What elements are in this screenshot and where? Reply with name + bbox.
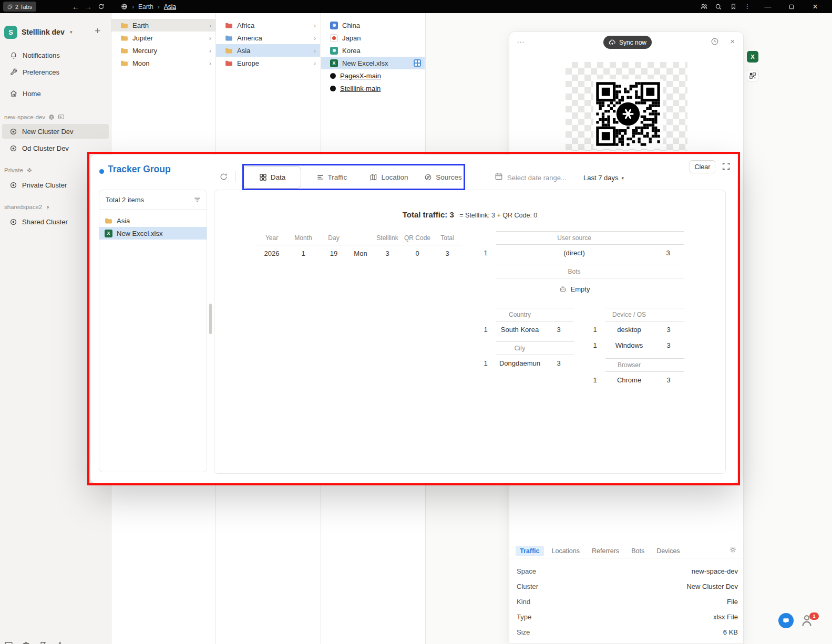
sidebar-item-new-cluster-dev[interactable]: New Cluster Dev bbox=[2, 124, 109, 139]
modal-tab-data[interactable]: Data bbox=[243, 166, 301, 189]
search-icon[interactable] bbox=[712, 0, 725, 13]
folder-row-earth[interactable]: Earth › bbox=[111, 19, 215, 32]
date-range-input[interactable]: Select date range... bbox=[507, 174, 567, 182]
folder-row-mercury[interactable]: Mercury › bbox=[111, 44, 215, 57]
col-header: Stelllink bbox=[373, 234, 402, 242]
close-panel-icon[interactable]: × bbox=[730, 37, 735, 46]
panel-tab-referrers[interactable]: Referrers bbox=[588, 546, 623, 556]
gear-icon[interactable] bbox=[729, 546, 737, 554]
section-header-new-space-dev: new-space-dev bbox=[4, 113, 65, 120]
workspace-avatar[interactable]: S bbox=[4, 26, 17, 39]
flower-icon[interactable] bbox=[26, 167, 33, 173]
breadcrumb-item-earth[interactable]: Earth bbox=[138, 3, 153, 11]
link-label: Stelllink-main bbox=[340, 85, 381, 92]
sync-now-button[interactable]: Sync now bbox=[603, 36, 652, 49]
list-item-asia[interactable]: Asia bbox=[99, 214, 207, 227]
folder-row-europe[interactable]: Europe › bbox=[216, 57, 320, 69]
trash-icon[interactable] bbox=[22, 641, 30, 644]
history-clock-icon[interactable] bbox=[711, 37, 719, 46]
cell-count: 1 bbox=[475, 359, 496, 367]
folder-row-america[interactable]: America › bbox=[216, 32, 320, 44]
qr-glyph-icon bbox=[749, 72, 756, 79]
sidebar-item-home[interactable]: Home bbox=[0, 86, 111, 101]
folder-icon bbox=[225, 47, 233, 55]
clear-button[interactable]: Clear bbox=[690, 160, 715, 173]
maximize-button[interactable] bbox=[784, 0, 799, 13]
more-menu-icon[interactable]: … bbox=[742, 0, 755, 13]
folder-row-jupiter[interactable]: Jupiter › bbox=[111, 32, 215, 44]
cell-value: 3 bbox=[652, 249, 684, 257]
people-icon[interactable] bbox=[697, 0, 710, 13]
workspace-name[interactable]: Stelllink dev bbox=[22, 28, 65, 36]
property-row: Kind File bbox=[509, 594, 743, 609]
date-preset-dropdown[interactable]: Last 7 days ▾ bbox=[583, 174, 624, 182]
tabs-icon bbox=[7, 4, 13, 9]
fullscreen-icon[interactable] bbox=[722, 162, 731, 171]
minimize-button[interactable]: — bbox=[760, 0, 776, 13]
card-icon[interactable] bbox=[58, 113, 65, 120]
section-header: Bots bbox=[496, 268, 652, 275]
refresh-icon[interactable] bbox=[219, 172, 228, 181]
panel-tab-locations[interactable]: Locations bbox=[548, 546, 584, 556]
chevron-right-icon: › bbox=[314, 59, 316, 67]
tabs-button[interactable]: 2 Tabs bbox=[3, 2, 36, 12]
scrollbar-thumb[interactable] bbox=[209, 304, 212, 334]
lightning-icon[interactable] bbox=[56, 641, 64, 644]
branch-dot-icon bbox=[330, 73, 336, 79]
japan-flag-icon bbox=[330, 34, 338, 42]
file-row-korea[interactable]: Korea bbox=[321, 44, 425, 57]
folder-row-africa[interactable]: Africa › bbox=[216, 19, 320, 32]
modal-tab-location[interactable]: Location bbox=[363, 166, 415, 189]
chevron-down-icon[interactable]: ▾ bbox=[70, 29, 73, 35]
modal-tab-sources[interactable]: Sources bbox=[421, 166, 465, 189]
add-button[interactable]: + bbox=[95, 25, 100, 37]
tracker-data-view: Total traffic: 3 = Stelllink: 3 + QR Cod… bbox=[214, 190, 726, 474]
browser-section: Browser 1 Chrome 3 bbox=[584, 358, 684, 388]
cell-count: 1 bbox=[475, 249, 496, 257]
excel-quick-button[interactable]: X bbox=[747, 51, 758, 63]
calendar-icon[interactable] bbox=[495, 172, 503, 181]
archive-icon[interactable] bbox=[4, 641, 13, 644]
col-header: Day bbox=[319, 234, 348, 242]
sidebar-item-notifications[interactable]: Notifications bbox=[0, 47, 111, 63]
sidebar-item-preferences[interactable]: Preferences bbox=[0, 64, 111, 80]
bookmark-icon[interactable] bbox=[727, 0, 739, 13]
file-row-china[interactable]: China bbox=[321, 19, 425, 32]
chat-bubble-button[interactable] bbox=[778, 613, 794, 628]
cell-value: 3 bbox=[653, 341, 684, 349]
titlebar: 2 Tabs ← → › Earth › Asia … — × bbox=[0, 0, 832, 13]
back-icon[interactable]: ← bbox=[69, 0, 82, 13]
folder-row-asia[interactable]: Asia › bbox=[216, 44, 320, 57]
map-icon bbox=[369, 173, 377, 181]
globe-icon[interactable] bbox=[48, 114, 55, 120]
breadcrumb: › Earth › Asia bbox=[121, 0, 176, 13]
lightning-icon[interactable] bbox=[45, 204, 51, 210]
breadcrumb-item-asia[interactable]: Asia bbox=[164, 3, 176, 11]
flag-icon[interactable] bbox=[39, 641, 47, 644]
notification-badge: 1 bbox=[809, 612, 819, 620]
link-row-pagesx-main[interactable]: PagesX-main bbox=[321, 69, 425, 82]
forward-icon[interactable]: → bbox=[82, 0, 95, 13]
property-row: Type xlsx File bbox=[509, 609, 743, 625]
modal-tab-traffic[interactable]: Traffic bbox=[308, 166, 355, 189]
file-row-japan[interactable]: Japan bbox=[321, 32, 425, 44]
close-window-button[interactable]: × bbox=[807, 0, 823, 13]
refresh-icon[interactable] bbox=[95, 0, 107, 13]
date-preset-label: Last 7 days bbox=[583, 174, 619, 182]
tab-label: Location bbox=[381, 173, 408, 181]
file-row-new-excel[interactable]: X New Excel.xlsx bbox=[321, 57, 425, 69]
link-row-stelllink-main[interactable]: Stelllink-main bbox=[321, 82, 425, 95]
qr-quick-button[interactable] bbox=[747, 70, 758, 81]
sidebar-item-od-cluster-dev[interactable]: Od Cluster Dev bbox=[2, 141, 109, 155]
panel-more-icon[interactable]: … bbox=[517, 35, 525, 44]
folder-label: Mercury bbox=[132, 47, 157, 55]
cell-count: 1 bbox=[584, 376, 605, 384]
folder-row-moon[interactable]: Moon › bbox=[111, 57, 215, 69]
globe-icon[interactable] bbox=[121, 3, 128, 10]
filter-list-icon[interactable] bbox=[193, 196, 201, 204]
panel-tab-devices[interactable]: Devices bbox=[652, 546, 684, 556]
panel-tab-bots[interactable]: Bots bbox=[627, 546, 649, 556]
compass-icon bbox=[424, 173, 432, 181]
list-item-new-excel[interactable]: X New Excel.xlsx bbox=[99, 227, 207, 240]
panel-tab-traffic[interactable]: Traffic bbox=[516, 546, 544, 556]
